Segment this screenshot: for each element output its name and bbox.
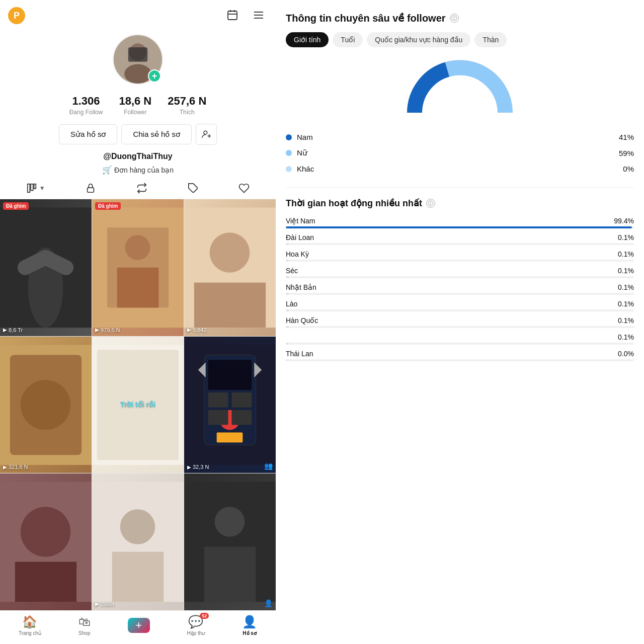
video-cell-3[interactable]: ▶ 5.842 (184, 199, 276, 336)
svg-rect-26 (117, 268, 159, 308)
filter-tab-age[interactable]: Tuổi (333, 32, 363, 47)
follower-info-icon[interactable]: ⓘ (450, 14, 459, 23)
country-name-4: Nhật Bản (286, 283, 316, 291)
country-row-5: Lào 0.1% (286, 300, 634, 311)
avatar-wrapper: + (113, 34, 163, 85)
video-overlay-icon-6: 👥 (264, 462, 273, 470)
nav-profile[interactable]: 👤 Hồ sơ (242, 615, 257, 636)
video-views-6: ▶ 32,3 N (187, 464, 209, 470)
add-friend-button[interactable] (196, 124, 217, 145)
other-dot (286, 166, 292, 172)
video-cell-5[interactable]: Trời tối rồi (92, 337, 184, 473)
play-icon-4: ▶ (3, 464, 7, 470)
country-name-8: Thái Lan (286, 350, 313, 358)
country-bar-fill-6 (286, 326, 289, 328)
country-pct-3: 0.1% (618, 267, 634, 275)
calendar-icon[interactable] (223, 6, 242, 24)
nav-inbox[interactable]: 💬 52 Hộp thư (187, 615, 205, 636)
video-views-4: ▶ 321,6 N (3, 464, 28, 470)
country-bar-fill-5 (286, 309, 289, 311)
home-label: Trang chủ (19, 630, 41, 636)
filter-tab-gender[interactable]: Giới tính (286, 32, 329, 47)
avatar-add-button[interactable]: + (148, 69, 161, 83)
following-stat: 1.306 Đang Follow (69, 95, 103, 116)
heart-tab[interactable] (238, 183, 250, 194)
svg-rect-29 (194, 283, 266, 328)
follower-section-title: Thông tin chuyên sâu về follower ⓘ (286, 12, 634, 24)
activity-info-icon[interactable]: ⓘ (426, 199, 435, 208)
country-bar-fill-3 (286, 276, 289, 278)
country-row-1: Đài Loan 0.1% (286, 233, 634, 245)
filter-tab-city[interactable]: Thàn (474, 32, 507, 47)
edit-profile-button[interactable]: Sửa hồ sơ (59, 124, 118, 144)
svg-line-22 (46, 258, 66, 268)
video-cell-9[interactable]: 👤 (184, 473, 276, 610)
video-cell-6[interactable]: ▶ 32,3 N 👥 (184, 337, 276, 473)
svg-point-9 (124, 64, 151, 84)
avatar-section: + (0, 30, 276, 87)
country-bar-bg-8 (286, 359, 634, 361)
video-cell-8[interactable]: ▶ 2.604 (92, 473, 184, 610)
profile-header (0, 0, 276, 30)
home-icon: 🏠 (22, 615, 37, 629)
svg-rect-0 (228, 11, 237, 20)
filter-tabs: Giới tính Tuổi Quốc gia/khu vực hàng đầu… (286, 32, 634, 47)
stats-row: 1.306 Đang Follow 18,6 N Follower 257,6 … (0, 87, 276, 118)
grid-tab[interactable]: ▼ (26, 183, 45, 194)
lock-tab[interactable] (85, 183, 96, 194)
country-row-7: 0.1% (286, 333, 634, 345)
content-tabs: ▼ (0, 178, 276, 199)
filter-tab-country[interactable]: Quốc gia/khu vực hàng đầu (367, 32, 470, 47)
menu-icon[interactable] (250, 6, 268, 24)
country-bar-fill-0 (286, 226, 632, 228)
country-bar-bg-6 (286, 326, 634, 328)
country-bar-bg-0 (286, 226, 634, 228)
country-bar-bg-5 (286, 309, 634, 311)
video-cell-1[interactable]: Đã ghim ▶ 8,6 Tr (0, 199, 92, 336)
shop-label: Shop (78, 630, 90, 636)
country-bar-fill-4 (286, 293, 289, 295)
shop-icon: 🛍 (78, 615, 91, 629)
nav-home[interactable]: 🏠 Trang chủ (19, 615, 41, 636)
country-row-2: Hoa Kỳ 0.1% (286, 250, 634, 262)
inbox-label: Hộp thư (187, 630, 205, 636)
svg-rect-54 (204, 547, 256, 602)
troi-toi-roi-text: Trời tối rồi (120, 400, 155, 409)
svg-point-53 (215, 507, 245, 537)
country-bar-fill-7 (286, 343, 289, 345)
country-name-1: Đài Loan (286, 233, 314, 242)
svg-rect-42 (208, 410, 228, 425)
video-cell-4[interactable]: ▶ 321,6 N (0, 337, 92, 473)
country-row-6: Hàn Quốc 0.1% (286, 316, 634, 328)
country-name-6: Hàn Quốc (286, 316, 318, 325)
likes-stat: 257,6 N Thích (168, 95, 206, 116)
country-name-3: Séc (286, 267, 298, 275)
gender-legend: Nam 41% Nữ 59% Khác 0% (286, 133, 634, 173)
video-cell-7[interactable] (0, 473, 92, 610)
play-icon-8: ▶ (95, 601, 99, 607)
country-row-4: Nhật Bản 0.1% (286, 283, 634, 295)
play-icon-3: ▶ (187, 327, 191, 333)
svg-point-28 (210, 232, 250, 273)
nav-shop[interactable]: 🛍 Shop (78, 615, 91, 636)
country-name-2: Hoa Kỳ (286, 250, 309, 258)
profile-nav-label: Hồ sơ (243, 630, 257, 636)
country-pct-1: 0.1% (618, 233, 634, 242)
person-icon-9: 👤 (264, 599, 273, 607)
inbox-badge: 52 (200, 613, 209, 619)
nav-plus[interactable]: + (128, 618, 150, 633)
country-pct-5: 0.1% (618, 300, 634, 308)
repost-tab[interactable] (136, 183, 147, 194)
video-cell-2[interactable]: Đã ghim ▶ 979,5 N LynnieDe (92, 199, 184, 336)
tag-tab[interactable] (188, 183, 199, 194)
plus-button[interactable]: + (128, 618, 150, 633)
video-views-3: ▶ 5.842 (187, 327, 207, 333)
p-logo[interactable]: P (8, 7, 25, 24)
country-pct-2: 0.1% (618, 250, 634, 258)
svg-point-25 (125, 235, 150, 260)
share-profile-button[interactable]: Chia sẻ hồ sơ (121, 124, 192, 144)
order-link[interactable]: 🛒 Đơn hàng của bạn (0, 162, 276, 178)
legend-male: Nam 41% (286, 133, 634, 141)
country-pct-4: 0.1% (618, 283, 634, 291)
svg-rect-37 (208, 360, 252, 390)
